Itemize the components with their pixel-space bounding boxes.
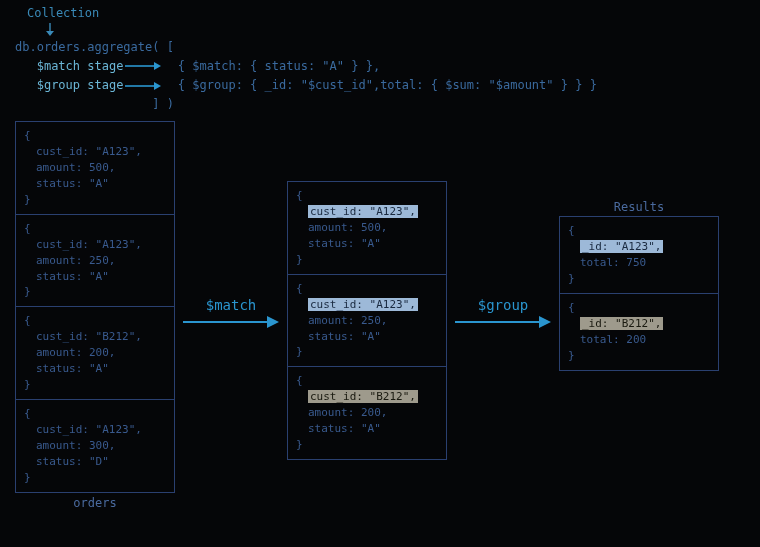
group-arrow-column: $group (447, 297, 559, 329)
match-arrow-column: $match (175, 297, 287, 329)
orders-doc: {cust_id: "A123",amount: 300,status: "D"… (15, 399, 175, 493)
arrow-right-icon (123, 61, 163, 71)
down-arrow-icon (45, 23, 760, 38)
arrow-right-icon (181, 315, 281, 329)
results-column: Results {_id: "A123",total: 750}{_id: "B… (559, 200, 719, 371)
collection-label: Collection (27, 4, 760, 23)
orders-doc: {cust_id: "B212",amount: 200,status: "A"… (15, 306, 175, 400)
svg-marker-7 (267, 316, 279, 328)
orders-doc: {cust_id: "A123",amount: 250,status: "A"… (15, 214, 175, 308)
aggregate-open: db.orders.aggregate( [ (15, 38, 760, 57)
group-stage-label: $group stage (37, 78, 124, 92)
results-title: Results (559, 200, 719, 214)
matched-doc: {cust_id: "A123",amount: 250,status: "A"… (287, 274, 447, 368)
aggregate-close: ] ) (15, 95, 760, 114)
results-doc: {_id: "A123",total: 750} (559, 216, 719, 294)
matched-doc: {cust_id: "A123",amount: 500,status: "A"… (287, 181, 447, 275)
orders-column: {cust_id: "A123",amount: 500,status: "A"… (15, 122, 175, 510)
match-stage-label: $match stage (37, 59, 124, 73)
group-op-label: $group (478, 297, 529, 313)
group-stage-line: $group stage { $group: { _id: "$cust_id"… (15, 76, 760, 95)
arrow-right-icon (453, 315, 553, 329)
svg-marker-9 (539, 316, 551, 328)
svg-marker-3 (154, 62, 161, 70)
match-stage-line: $match stage { $match: { status: "A" } }… (15, 57, 760, 76)
matched-column: {cust_id: "A123",amount: 500,status: "A"… (287, 182, 447, 460)
svg-marker-1 (46, 31, 54, 36)
svg-marker-5 (154, 82, 161, 90)
arrow-right-icon (123, 81, 163, 91)
match-op-label: $match (206, 297, 257, 313)
matched-doc: {cust_id: "B212",amount: 200,status: "A"… (287, 366, 447, 460)
orders-title: orders (15, 496, 175, 510)
orders-doc: {cust_id: "A123",amount: 500,status: "A"… (15, 121, 175, 215)
results-doc: {_id: "B212",total: 200} (559, 293, 719, 371)
pipeline-columns: {cust_id: "A123",amount: 500,status: "A"… (15, 122, 750, 537)
code-header: Collection db.orders.aggregate( [ $match… (15, 4, 760, 115)
group-code: { $group: { _id: "$cust_id",total: { $su… (178, 78, 597, 92)
match-code: { $match: { status: "A" } }, (178, 59, 380, 73)
